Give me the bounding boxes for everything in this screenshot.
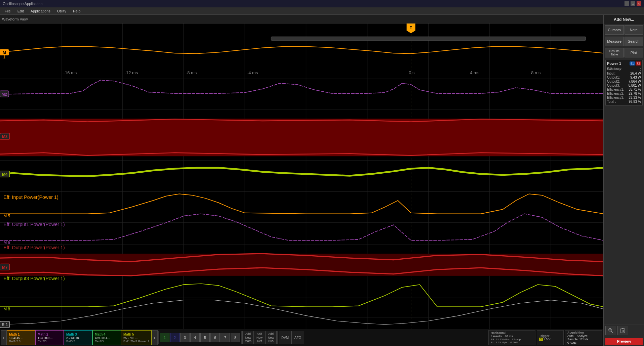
svg-text:M 8: M 8 (3, 307, 10, 311)
math1-label: Math 1 (9, 333, 33, 336)
note-button[interactable]: Note (625, 25, 643, 35)
search-button[interactable]: Search (625, 37, 643, 46)
math1-val2: Ref1/2.8 (9, 340, 33, 343)
svg-text:4 ms: 4 ms (470, 70, 480, 75)
horizontal-panel: Horizontal 4 ms/div 40 ms SR: 31.25 MS/s… (488, 330, 535, 345)
waveform-header: Waveform View (0, 15, 603, 24)
acq-val3: 0 Acqs (567, 341, 600, 344)
right-panel: Add New... Cursors Note Measure Search R… (604, 15, 644, 346)
menu-utility[interactable]: Utility (54, 8, 70, 14)
svg-text:-16 ms: -16 ms (64, 70, 77, 75)
svg-text:T: T (410, 26, 412, 30)
trigger-title: Trigger (539, 334, 561, 338)
menu-file[interactable]: File (1, 8, 14, 14)
trash-button[interactable] (617, 326, 628, 335)
acquisition-panel: Acquisition Auto, Analyze Sample: 12 bit… (565, 330, 602, 345)
add-new-bus-button[interactable]: AddNewBus (265, 331, 277, 344)
power-row-output3: Output3: 8.801 W (607, 84, 641, 87)
dvm-button[interactable]: DVM (279, 331, 291, 344)
math4-label: Math 4 (95, 333, 119, 336)
svg-text:0 s: 0 s (409, 70, 415, 75)
svg-rect-52 (271, 37, 586, 41)
svg-text:Eff: Output1 Power(Power 1): Eff: Output1 Power(Power 1) (3, 222, 65, 227)
power-row-eff1: Efficiency1: 35.71 % (607, 88, 641, 91)
math-tab-4[interactable]: Math 4 489.5814... Ref4/3 (92, 330, 121, 345)
power-row-eff2: Efficiency2: 29.78 % (607, 92, 641, 95)
horizontal-title: Horizontal (491, 331, 533, 335)
trigger-panel: Trigger 1 / 0 V (537, 330, 564, 345)
svg-text:8 ms: 8 ms (531, 70, 541, 75)
svg-text:R 1: R 1 (2, 322, 8, 327)
minimize-button[interactable]: ─ (625, 1, 629, 6)
svg-text:M 5: M 5 (3, 214, 10, 218)
ch4-button[interactable]: 4 (190, 333, 200, 342)
power-panel: Power 1 81 72 Efficiency Input : 26.4 W … (605, 60, 643, 105)
math-tab-3[interactable]: Math 3 2.2135 m... Ref3/3 (64, 330, 92, 345)
add-new-label: Add New... (614, 17, 634, 22)
maximize-button[interactable]: □ (631, 1, 635, 6)
measure-search-row: Measure Search (604, 36, 644, 47)
bottom-tabs-row: ‹ Math 1 13.4145 ... Ref1/2.8 Math 2 113… (0, 329, 603, 346)
ch5-button[interactable]: 5 (200, 333, 210, 342)
math-tab-2[interactable]: Math 2 113.6003... Ref2/3 (35, 330, 64, 345)
dots-menu[interactable]: ⋮ (638, 67, 643, 74)
close-button[interactable]: ✕ (637, 1, 641, 6)
scroll-left-button[interactable]: ‹ (1, 330, 7, 345)
app-title: Oscilloscope Application (3, 2, 43, 6)
svg-text:Eff: Output3 Power(Power 1): Eff: Output3 Power(Power 1) (3, 276, 65, 281)
cursors-button[interactable]: Cursors (605, 25, 624, 35)
add-new-ref-button[interactable]: AddNewRef (254, 331, 265, 344)
svg-text:M4: M4 (2, 172, 8, 176)
power-row-total: Total : 98.83 % (607, 100, 641, 103)
math3-val1: 2.2135 m... (66, 336, 90, 340)
add-new-math-button[interactable]: AddNewMath (242, 331, 254, 344)
acq-val2: Sample: 12 bits (567, 338, 600, 341)
power-badge-blue: 81 (630, 61, 635, 66)
ch1-button[interactable]: 1 (160, 333, 169, 342)
plot-button[interactable]: Plot (625, 48, 643, 57)
math-tab-5[interactable]: Math 5 25.2785 ... Ref1*Ref2 Power 1 (121, 330, 152, 345)
menu-edit[interactable]: Edit (14, 8, 27, 14)
cursors-note-row: Cursors Note (604, 24, 644, 36)
svg-text:M: M (3, 50, 6, 55)
ch3-button[interactable]: 3 (180, 333, 190, 342)
power-row-output2: Output2: 7.864 W (607, 80, 641, 83)
ch6-button[interactable]: 6 (210, 333, 220, 342)
zoom-button[interactable] (605, 326, 616, 335)
results-table-button[interactable]: ResultsTable (605, 48, 624, 57)
svg-text:-12 ms: -12 ms (125, 70, 138, 75)
menu-applications[interactable]: Applications (27, 8, 54, 14)
waveform-display[interactable]: T -16 ms -12 ms -8 ms -4 ms 0 s 4 ms 8 m… (0, 24, 603, 329)
ch2-button[interactable]: 2 (170, 333, 179, 342)
waveform-view-label: Waveform View (2, 17, 28, 21)
svg-rect-34 (0, 119, 603, 156)
math5-val1: 25.2785 ... (123, 336, 149, 340)
ch7-button[interactable]: 7 (220, 333, 230, 342)
power-row-eff3: Efficiency3: 33.33 % (607, 96, 641, 99)
scroll-right-button[interactable]: › (152, 330, 158, 345)
preview-button[interactable]: Preview (605, 338, 643, 345)
window-controls: ─ □ ✕ (625, 1, 641, 6)
math5-label: Math 5 (123, 333, 149, 336)
acq-val1: Auto, Analyze (567, 334, 600, 338)
waveform-area: Waveform View T (0, 15, 604, 346)
afg-button[interactable]: AFG (291, 331, 304, 344)
measure-button[interactable]: Measure (605, 37, 624, 46)
ch8-button[interactable]: 8 (231, 333, 240, 342)
math5-val2: Ref1*Ref2 Power 1 (123, 340, 149, 343)
math2-val2: Ref2/3 (38, 340, 62, 343)
trigger-ch: 1 (539, 338, 543, 341)
svg-text:M3: M3 (2, 134, 8, 139)
math-tab-1[interactable]: Math 1 13.4145 ... Ref1/2.8 (7, 330, 35, 345)
math2-label: Math 2 (38, 333, 62, 336)
math4-val2: Ref4/3 (95, 340, 119, 343)
svg-text:M 6: M 6 (3, 240, 10, 245)
svg-rect-58 (621, 329, 625, 333)
math1-val1: 13.4145 ... (9, 336, 33, 340)
titlebar: Oscilloscope Application ─ □ ✕ (0, 0, 644, 7)
menu-help[interactable]: Help (70, 8, 84, 14)
svg-text:M2: M2 (2, 92, 7, 96)
math4-val1: 489.5814... (95, 336, 119, 340)
power-panel-title: Power 1 (607, 61, 621, 66)
efficiency-label: Efficiency (607, 67, 641, 71)
